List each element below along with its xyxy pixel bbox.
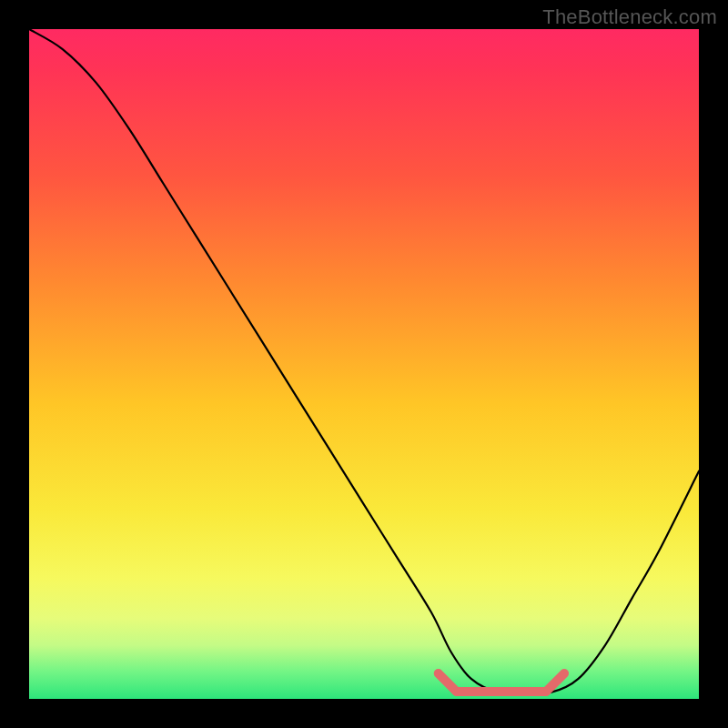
- chart-frame: TheBottleneck.com: [0, 0, 728, 728]
- watermark-text: TheBottleneck.com: [542, 5, 717, 29]
- bottleneck-curve: [29, 29, 699, 693]
- curve-svg: [29, 29, 699, 699]
- plot-area: [29, 29, 699, 699]
